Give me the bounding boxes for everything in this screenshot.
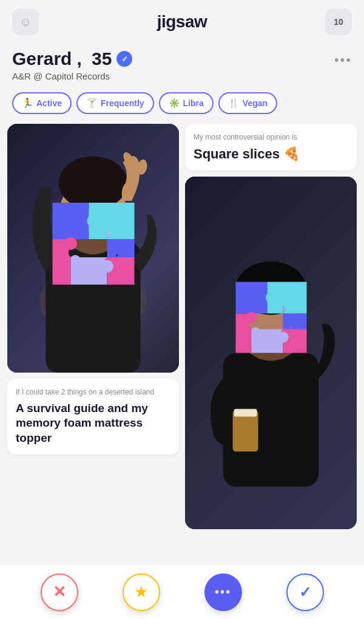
header: ☺ jigsaw 10 [0, 0, 364, 41]
left-column: If I could take 2 things on a deserted i… [7, 124, 179, 529]
svg-point-24 [285, 316, 296, 327]
photo-background [7, 124, 179, 373]
running-icon: 🏃 [22, 98, 33, 109]
content-area: If I could take 2 things on a deserted i… [0, 120, 364, 533]
verified-icon: ✓ [116, 51, 132, 67]
pass-button[interactable]: ✕ [41, 573, 78, 611]
svg-point-22 [265, 293, 276, 303]
app-logo: jigsaw [157, 12, 207, 32]
right-column: My most controversial opinion is Square … [185, 124, 357, 529]
controversial-prompt: My most controversial opinion is [194, 132, 348, 143]
puzzle-overlay [48, 198, 139, 289]
controversial-answer: Square slices 🍕 [194, 146, 348, 162]
profile-job: A&R @ Capitol Records [12, 71, 132, 81]
pass-icon: ✕ [53, 583, 66, 601]
like-button[interactable]: ✓ [286, 573, 324, 611]
chat-button[interactable]: ••• [204, 573, 242, 611]
tags-row: 🏃 Active 🍸 Frequently ✳️ Libra 🍴 Vegan [0, 86, 364, 120]
profile-name-area: Gerard, 35 ✓ A&R @ Capitol Records [12, 49, 132, 81]
profile-section: Gerard, 35 ✓ A&R @ Capitol Records ••• [0, 41, 364, 86]
star-icon: ✳️ [169, 98, 180, 109]
tag-diet[interactable]: 🍴 Vegan [218, 92, 277, 114]
svg-point-25 [277, 332, 288, 343]
main-photo[interactable] [7, 124, 179, 373]
notifications-button[interactable]: 10 [325, 8, 352, 35]
cocktail-icon: 🍸 [86, 98, 98, 109]
svg-point-9 [87, 215, 99, 228]
svg-point-12 [101, 260, 113, 273]
profile-name: Gerard, 35 ✓ [12, 49, 132, 69]
fork-icon: 🍴 [228, 98, 240, 109]
svg-point-11 [110, 242, 123, 255]
action-bar: ✕ ★ ••• ✓ [0, 564, 364, 619]
second-photo-background [185, 177, 357, 529]
puzzle-svg [48, 198, 139, 289]
star-icon: ★ [134, 583, 148, 601]
card-answer: A survival guide and my memory foam matt… [16, 401, 170, 446]
svg-point-23 [246, 312, 257, 323]
pizza-emoji: 🍕 [283, 146, 300, 162]
deserted-island-card: If I could take 2 things on a deserted i… [7, 379, 179, 455]
emoji-button[interactable]: ☺ [12, 8, 39, 35]
notification-count: 10 [334, 17, 343, 27]
more-options-button[interactable]: ••• [334, 52, 352, 68]
card-prompt: If I could take 2 things on a deserted i… [16, 387, 170, 397]
tag-drinks[interactable]: 🍸 Frequently [76, 92, 154, 114]
checkmark-icon: ✓ [299, 584, 311, 601]
chat-icon: ••• [215, 585, 231, 599]
tag-active[interactable]: 🏃 Active [12, 92, 72, 114]
svg-rect-21 [234, 409, 257, 417]
smiley-icon: ☺ [19, 15, 32, 29]
svg-point-10 [64, 237, 77, 250]
controversial-card: My most controversial opinion is Square … [185, 124, 357, 171]
tag-star-sign[interactable]: ✳️ Libra [159, 92, 214, 114]
puzzle-svg-2 [232, 278, 311, 357]
puzzle-overlay-2 [232, 278, 311, 357]
second-photo[interactable] [185, 177, 357, 529]
star-button[interactable]: ★ [123, 573, 160, 611]
